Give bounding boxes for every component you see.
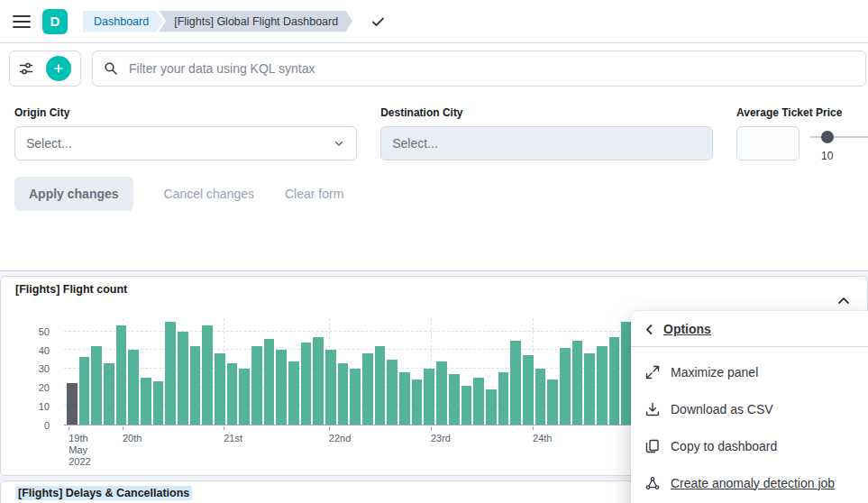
flight-count-bar[interactable] [165,322,176,425]
origin-city-field: Origin City Select... [14,106,357,160]
flight-count-bar[interactable] [461,386,472,425]
flight-count-bar[interactable] [572,341,583,425]
maximize-icon [645,365,660,380]
origin-city-select[interactable]: Select... [14,126,357,160]
flight-count-bar[interactable] [597,346,608,425]
panel-options-menu: Options Maximize panel Download as CSV C… [631,311,868,503]
destination-city-select[interactable]: Select... [380,126,713,160]
flight-count-bar[interactable] [523,355,534,425]
y-tick-label: 30 [39,363,50,374]
flight-count-bar[interactable] [202,325,213,425]
menu-title: Options [663,322,711,336]
flight-count-bar[interactable] [91,346,102,425]
destination-city-label: Destination City [380,106,713,119]
flight-count-bar[interactable] [399,372,410,425]
copy-icon [645,439,660,453]
avg-ticket-price-input[interactable] [736,126,799,160]
flight-count-bar[interactable] [338,363,349,425]
clear-form-button[interactable]: Clear form [285,187,343,201]
flight-count-bar[interactable] [313,337,324,425]
add-control-button[interactable] [46,56,71,81]
avg-ticket-price-field: Average Ticket Price 10 [736,106,854,160]
x-tick-mark [431,426,432,430]
flight-count-bar[interactable] [412,380,423,425]
kibana-dashboard-screen: D Dashboard [Flights] Global Flight Dash… [0,0,868,503]
flight-count-bar[interactable] [190,346,201,425]
x-tick-mark [533,426,534,430]
flight-count-bar[interactable] [288,361,299,425]
flight-count-bar[interactable] [325,350,336,425]
flight-count-bar[interactable] [486,389,497,425]
flight-count-bar[interactable] [350,369,361,425]
slider-track [810,136,868,138]
flight-count-bar[interactable] [547,380,558,425]
breadcrumb: Dashboard [Flights] Global Flight Dashbo… [83,11,352,32]
panel-options-caret-icon[interactable] [836,295,851,306]
x-tick-label: 22nd [329,433,351,444]
delays-panel-title: [Flights] Delays & Cancellations [15,486,192,500]
flight-count-bar[interactable] [128,350,139,425]
menu-item-download-csv[interactable]: Download as CSV [631,390,868,427]
flight-count-bar[interactable] [153,381,164,425]
x-tick-label: 19thMay2022 [69,433,90,468]
menu-item-copy-to-dashboard[interactable]: Copy to dashboard [631,427,868,464]
flight-count-bar[interactable] [141,378,151,425]
flight-count-bar[interactable] [276,350,287,425]
x-tick-label: 21st [224,433,242,444]
apply-changes-button[interactable]: Apply changes [14,177,133,211]
menu-item-maximize-panel[interactable]: Maximize panel [631,353,868,390]
flight-count-bar[interactable] [498,372,509,425]
menu-item-create-anomaly-detection-job[interactable]: Create anomaly detection job [631,464,868,501]
filter-controls-button[interactable] [19,61,33,76]
flight-count-bar[interactable] [375,346,386,425]
flight-count-bar[interactable] [67,383,78,425]
flight-count-bar[interactable] [227,363,238,425]
avg-ticket-price-label: Average Ticket Price [736,106,854,119]
flight-count-bar[interactable] [584,353,595,425]
price-slider-handle[interactable] [821,131,834,143]
top-header: D Dashboard [Flights] Global Flight Dash… [0,0,868,43]
flight-count-bar[interactable] [239,369,250,425]
flight-count-bar[interactable] [178,332,188,425]
flight-count-bar[interactable] [104,363,114,425]
flight-count-bar[interactable] [436,361,447,425]
menu-back-header[interactable]: Options [631,311,868,347]
flight-count-bar[interactable] [251,346,262,425]
flight-count-bar[interactable] [79,357,90,425]
flight-count-bar[interactable] [215,353,225,425]
y-tick-label: 0 [44,420,50,431]
x-tick-mark [123,426,123,430]
controls-button-group [9,50,81,87]
kql-search-input[interactable] [127,60,854,77]
flight-count-bar[interactable] [449,374,460,425]
flight-count-bar[interactable] [301,343,312,425]
flight-count-bar[interactable] [116,325,127,425]
hamburger-menu-button[interactable] [13,15,31,28]
flight-count-panel-title: [Flights] Flight count [15,283,127,296]
flight-count-bar[interactable] [535,369,546,425]
destination-city-field: Destination City Select... [380,106,713,160]
breadcrumb-current-dashboard: [Flights] Global Flight Dashboard [159,11,352,32]
saved-check-icon[interactable] [371,15,386,28]
machine-learning-icon [645,476,660,490]
cancel-changes-button[interactable]: Cancel changes [164,187,254,201]
destination-city-select-value: Select... [392,136,438,151]
menu-items: Maximize panel Download as CSV Copy to d… [631,347,868,503]
flight-count-bar[interactable] [510,341,521,425]
flight-count-bar[interactable] [473,378,484,425]
flight-count-bar[interactable] [424,369,434,425]
breadcrumb-dashboard[interactable]: Dashboard [83,11,163,32]
flight-count-bar[interactable] [560,348,571,425]
flight-count-bar[interactable] [362,353,373,425]
space-avatar-logo[interactable]: D [42,9,68,34]
slider-value-label: 10 [821,150,833,162]
flight-count-y-axis: 01020304050 [1,318,57,425]
flight-count-bar[interactable] [264,339,275,425]
x-tick-label: 20th [123,433,142,444]
origin-city-label: Origin City [14,106,357,119]
chevron-down-icon [333,137,345,150]
flight-count-bar[interactable] [387,360,397,425]
avg-ticket-price-slider: 10 [818,126,863,160]
flight-count-bar[interactable] [609,337,620,425]
y-tick-label: 40 [39,345,50,356]
